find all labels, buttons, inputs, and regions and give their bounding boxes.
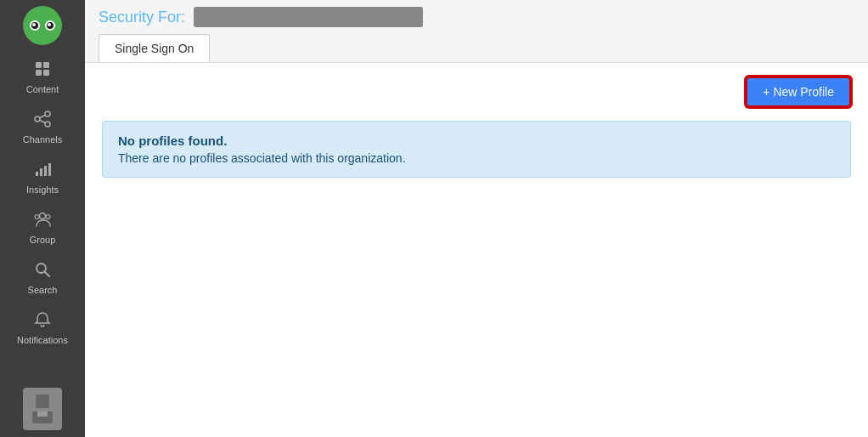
no-profiles-alert: No profiles found. There are no profiles… bbox=[102, 121, 851, 178]
group-icon bbox=[33, 210, 52, 231]
sidebar: Content Channels Insights bbox=[0, 0, 85, 437]
svg-rect-3 bbox=[43, 70, 49, 76]
sidebar-item-search-label: Search bbox=[28, 285, 58, 295]
user-avatar[interactable] bbox=[0, 381, 85, 437]
svg-point-6 bbox=[45, 122, 50, 127]
svg-rect-18 bbox=[36, 394, 49, 408]
sidebar-item-insights-label: Insights bbox=[26, 184, 59, 195]
sidebar-item-content[interactable]: Content bbox=[0, 51, 85, 101]
main-content: Security For: Single Sign On + New Profi… bbox=[85, 0, 868, 437]
logo bbox=[0, 0, 85, 51]
svg-rect-9 bbox=[36, 172, 38, 176]
svg-point-4 bbox=[35, 116, 40, 122]
sidebar-item-channels-label: Channels bbox=[23, 134, 62, 145]
sidebar-item-notifications-label: Notifications bbox=[17, 335, 68, 345]
sidebar-item-notifications[interactable]: Notifications bbox=[0, 302, 85, 352]
tabs-row: Single Sign On bbox=[99, 34, 854, 62]
svg-line-17 bbox=[45, 272, 49, 276]
logo-eyes bbox=[30, 20, 55, 31]
sidebar-item-group[interactable]: Group bbox=[0, 201, 85, 252]
sidebar-item-content-label: Content bbox=[26, 84, 59, 94]
new-profile-button[interactable]: + New Profile bbox=[746, 77, 851, 107]
svg-rect-0 bbox=[36, 62, 42, 68]
logo-eye-right bbox=[45, 20, 55, 31]
security-for-label: Security For: bbox=[99, 9, 185, 26]
svg-rect-1 bbox=[43, 62, 49, 68]
security-for-row: Security For: bbox=[99, 7, 854, 27]
svg-rect-11 bbox=[44, 166, 47, 176]
svg-rect-2 bbox=[36, 70, 42, 76]
channels-icon bbox=[33, 110, 52, 131]
alert-message: There are no profiles associated with th… bbox=[118, 151, 835, 165]
toolbar: + New Profile bbox=[102, 77, 851, 107]
sidebar-item-insights[interactable]: Insights bbox=[0, 151, 85, 201]
svg-rect-12 bbox=[48, 163, 51, 176]
tab-single-sign-on[interactable]: Single Sign On bbox=[99, 34, 210, 62]
sidebar-bottom bbox=[0, 381, 85, 437]
avatar-box bbox=[23, 388, 62, 430]
sidebar-item-channels[interactable]: Channels bbox=[0, 101, 85, 151]
svg-rect-10 bbox=[40, 168, 42, 176]
svg-point-5 bbox=[45, 111, 50, 116]
sidebar-item-group-label: Group bbox=[30, 235, 56, 245]
alert-title: No profiles found. bbox=[118, 133, 835, 148]
svg-point-15 bbox=[46, 215, 50, 219]
header-bar: Security For: Single Sign On bbox=[85, 0, 868, 63]
search-icon bbox=[33, 260, 52, 281]
logo-eye-left bbox=[30, 20, 40, 31]
notifications-icon bbox=[33, 310, 52, 332]
logo-circle bbox=[23, 6, 62, 45]
insights-icon bbox=[33, 160, 52, 181]
svg-rect-20 bbox=[37, 411, 48, 417]
svg-line-8 bbox=[40, 121, 45, 123]
svg-point-14 bbox=[35, 215, 39, 219]
sidebar-item-search[interactable]: Search bbox=[0, 252, 85, 302]
content-area: + New Profile No profiles found. There a… bbox=[85, 63, 868, 437]
svg-line-7 bbox=[40, 116, 45, 118]
svg-point-13 bbox=[40, 213, 46, 219]
content-icon bbox=[33, 60, 52, 81]
security-for-value bbox=[194, 7, 423, 27]
